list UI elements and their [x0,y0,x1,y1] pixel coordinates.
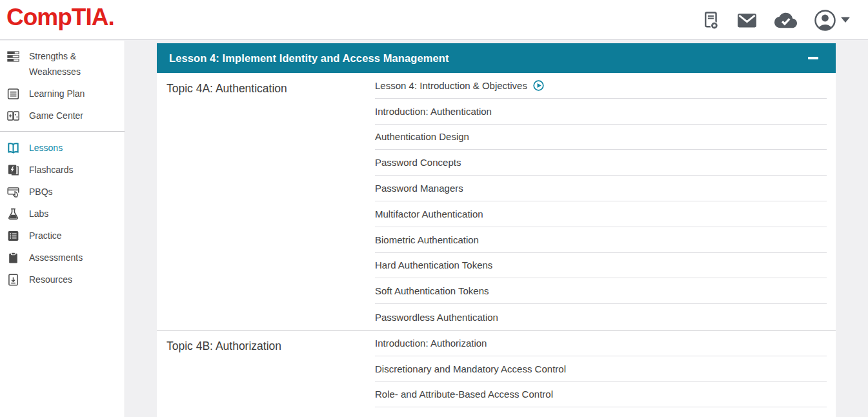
sidebar-item-lessons[interactable]: Lessons [0,137,125,159]
sidebar-item-assessments[interactable]: Assessments [0,247,125,269]
sidebar-item-label: Resources [29,272,72,287]
topic-item-list: Lesson 4: Introduction & Objectives Intr… [368,73,836,330]
resources-icon [6,273,20,287]
lesson-panel: Lesson 4: Implement Identity and Access … [157,43,836,417]
top-bar: CompTIA. [0,0,868,40]
sidebar-item-flashcards[interactable]: Flashcards [0,159,125,181]
strengths-weaknesses-icon [6,50,20,63]
lesson-item[interactable]: Soft Authentication Tokens [375,278,827,304]
account-caret-icon [841,17,850,23]
sidebar-item-label: Game Center [29,108,83,123]
lesson-item[interactable]: Introduction: Authentication [375,99,827,125]
topic-row-4b: Topic 4B: Authorization Introduction: Au… [157,331,836,417]
lesson-item[interactable]: Password Managers [375,176,827,201]
sidebar-item-label: Practice [29,228,62,243]
lesson-item[interactable]: Lesson 4: Introduction & Objectives [375,73,827,99]
sidebar-item-learning-plan[interactable]: Learning Plan [0,83,125,105]
lesson-item-label: Multifactor Authentication [375,208,483,219]
sidebar-item-pbqs[interactable]: PBQs [0,181,125,203]
assessments-icon [6,251,20,265]
practice-icon [6,229,20,243]
lesson-item-label: Soft Authentication Tokens [375,285,489,296]
lesson-item[interactable]: Biometric Authentication [375,227,827,253]
lesson-item-label: Biometric Authentication [375,234,479,245]
topic-label: Topic 4B: Authorization [157,331,368,417]
learning-plan-icon [6,87,20,101]
sidebar-item-label: Learning Plan [29,86,85,101]
lesson-title: Lesson 4: Implement Identity and Access … [169,52,449,65]
sidebar-item-strengths-weaknesses[interactable]: Strengths & Weaknesses [0,45,125,83]
page: CompTIA. [0,0,868,417]
lesson-body: Topic 4A: Authentication Lesson 4: Intro… [157,73,836,417]
sidebar-item-label: Strengths & Weaknesses [29,48,106,79]
pbqs-icon [6,185,20,199]
lesson-item-label: Password Concepts [375,157,461,168]
sidebar-divider [0,131,125,132]
cloud-check-icon[interactable] [774,9,797,32]
mail-icon[interactable] [736,10,758,31]
sidebar-item-game-center[interactable]: Game Center [0,105,125,127]
lesson-item[interactable]: Passwordless Authentication [375,304,827,330]
notes-badge-icon[interactable] [701,10,720,30]
game-center-icon [6,109,20,123]
account-menu[interactable] [814,9,850,32]
lesson-item-label: Lesson 4: Introduction & Objectives [375,80,527,91]
lesson-item-label: Discretionary and Mandatory Access Contr… [375,363,566,374]
lesson-item[interactable]: Introduction: Authorization [375,331,827,356]
lesson-item[interactable]: Role- and Attribute-Based Access Control [375,382,827,408]
lesson-item-label: Role- and Attribute-Based Access Control [375,389,553,400]
lessons-icon [6,141,20,155]
topic-item-list: Introduction: Authorization Discretionar… [368,331,836,417]
topic-row-4a: Topic 4A: Authentication Lesson 4: Intro… [157,73,836,331]
sidebar-item-label: Labs [29,206,48,221]
lesson-item-label: Introduction: Authentication [375,106,492,117]
play-icon[interactable] [533,80,544,91]
sidebar-item-label: Flashcards [29,162,73,178]
account-icon [814,9,836,32]
lesson-item[interactable]: Multifactor Authentication [375,201,827,227]
lesson-accordion-header[interactable]: Lesson 4: Implement Identity and Access … [157,43,836,73]
comptia-logo[interactable]: CompTIA. [6,4,114,31]
sidebar-item-label: Lessons [29,140,63,156]
lesson-item-label: Introduction: Authorization [375,338,487,349]
lesson-item[interactable]: Discretionary and Mandatory Access Contr… [375,356,827,382]
topbar-icon-group [701,0,850,40]
lesson-item-label: Passwordless Authentication [375,312,498,323]
lesson-item[interactable]: Rule-Based Access Control [375,407,827,417]
lesson-item[interactable]: Hard Authentication Tokens [375,253,827,279]
topic-label: Topic 4A: Authentication [157,73,368,330]
lesson-item[interactable]: Password Concepts [375,150,827,176]
lesson-item-label: Authentication Design [375,131,469,142]
sidebar-item-labs[interactable]: Labs [0,203,125,225]
sidebar: Strengths & Weaknesses Learning Plan [0,41,125,417]
sidebar-item-resources[interactable]: Resources [0,269,125,290]
labs-icon [6,207,20,221]
sidebar-item-label: Assessments [29,250,83,265]
lesson-item-label: Hard Authentication Tokens [375,259,492,270]
sidebar-item-practice[interactable]: Practice [0,225,125,247]
lesson-item-label: Password Managers [375,183,463,194]
sidebar-item-label: PBQs [29,184,53,199]
flashcards-icon [6,163,20,177]
lesson-item[interactable]: Authentication Design [375,125,827,150]
collapse-minus-icon[interactable] [808,53,819,64]
